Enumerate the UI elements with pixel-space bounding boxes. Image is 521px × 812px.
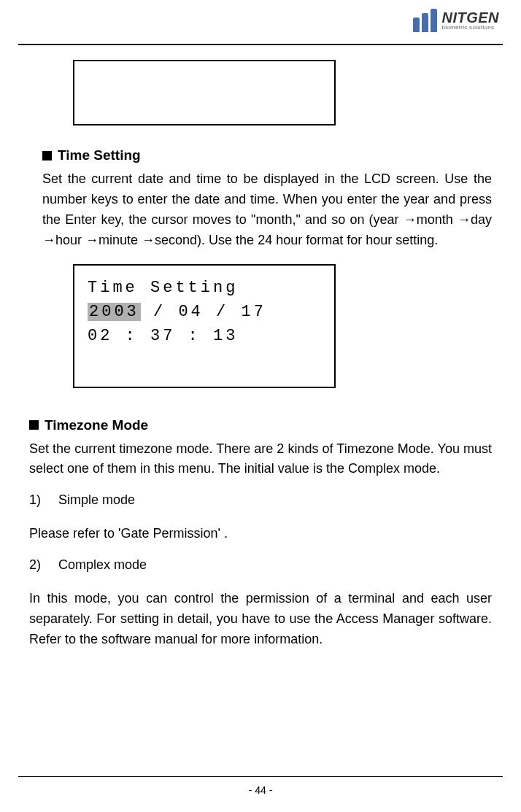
logo-bars-icon	[413, 9, 437, 32]
list-text: Complex mode	[58, 557, 147, 572]
timezone-paragraph: Set the current timezone mode. There are…	[29, 439, 492, 480]
list-item-simple-mode: 1) Simple mode	[29, 492, 492, 508]
logo-tagline: biometric solutions	[441, 25, 499, 31]
lcd-year-highlight: 2003	[88, 303, 141, 321]
time-setting-paragraph: Set the current date and time to be disp…	[42, 169, 492, 251]
list-item-complex-mode: 2) Complex mode	[29, 557, 492, 573]
lcd-line-title: Time Setting	[88, 276, 321, 300]
timezone-mode-heading: Timezone Mode	[29, 417, 492, 433]
lcd-line-time: 02 : 37 : 13	[88, 324, 321, 348]
page-header: NITGEN biometric solutions	[0, 0, 521, 44]
heading-text: Timezone Mode	[45, 417, 148, 433]
logo-name: NITGEN	[441, 10, 499, 25]
bullet-square-icon	[29, 420, 39, 430]
lcd-display-box: Time Setting 2003 / 04 / 17 02 : 37 : 13	[73, 264, 336, 388]
page-number: - 44 -	[0, 784, 521, 796]
list-number: 2)	[29, 557, 55, 573]
list-text: Simple mode	[58, 492, 135, 507]
footer-divider	[18, 776, 503, 777]
list-number: 1)	[29, 492, 55, 508]
complex-mode-paragraph: In this mode, you can control the permis…	[29, 589, 492, 650]
lcd-line-date: 2003 / 04 / 17	[88, 300, 321, 324]
page-content: Time Setting Set the current date and ti…	[0, 45, 521, 650]
gate-permission-ref: Please refer to 'Gate Permission' .	[29, 524, 492, 544]
time-setting-heading: Time Setting	[42, 147, 492, 163]
brand-logo: NITGEN biometric solutions	[413, 9, 499, 32]
logo-text: NITGEN biometric solutions	[441, 10, 499, 31]
bullet-square-icon	[42, 151, 52, 161]
lcd-date-rest: / 04 / 17	[141, 303, 266, 321]
empty-display-box	[73, 60, 336, 125]
heading-text: Time Setting	[58, 147, 141, 163]
